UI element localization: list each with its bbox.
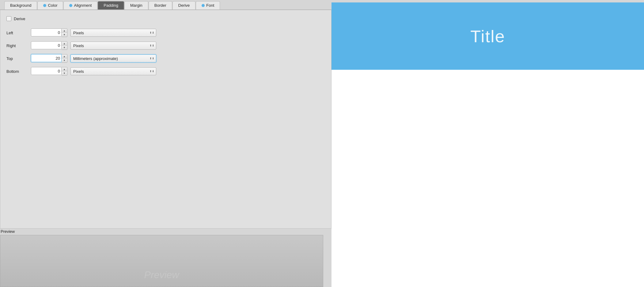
bottom-unit-wrap: Pixels Points Millimeters (approximate) … (70, 67, 156, 75)
title-banner: Title (331, 2, 644, 70)
field-row-left: Left ▲ ▼ Pixels Points Millimeters (appr… (6, 28, 325, 37)
left-label: Left (6, 31, 28, 35)
right-unit-wrap: Pixels Points Millimeters (approximate) … (70, 42, 156, 50)
tab-bar: Background Color Alignment Padding Margi… (0, 0, 331, 10)
tab-margin-label: Margin (130, 3, 142, 8)
right-white-area (331, 70, 644, 287)
left-input[interactable] (31, 28, 62, 36)
right-panel: Title (331, 0, 644, 287)
derive-checkbox[interactable] (6, 16, 11, 21)
tab-alignment[interactable]: Alignment (63, 1, 97, 9)
bottom-label: Bottom (6, 69, 28, 74)
derive-row: Derive (6, 16, 325, 21)
left-stepper-up[interactable]: ▲ (62, 29, 67, 33)
left-stepper[interactable]: ▲ ▼ (62, 28, 67, 37)
font-dot-icon (202, 4, 205, 7)
tab-margin[interactable]: Margin (124, 1, 148, 9)
right-unit-select[interactable]: Pixels Points Millimeters (approximate) … (70, 42, 156, 50)
right-stepper-down[interactable]: ▼ (62, 46, 67, 50)
top-label: Top (6, 56, 28, 61)
top-number-wrap: ▲ ▼ (31, 54, 67, 63)
left-stepper-down[interactable]: ▼ (62, 33, 67, 37)
tab-padding-label: Padding (104, 3, 118, 8)
preview-section: Preview Preview (0, 229, 331, 287)
bottom-stepper-down[interactable]: ▼ (62, 71, 67, 75)
right-top-bar (331, 0, 644, 2)
title-text: Title (470, 26, 505, 46)
field-row-top: Top ▲ ▼ Pixels Points Millimeters (appro… (6, 54, 325, 63)
left-number-wrap: ▲ ▼ (31, 28, 67, 37)
preview-label: Preview (0, 229, 331, 234)
bottom-stepper[interactable]: ▲ ▼ (62, 67, 67, 76)
field-row-bottom: Bottom ▲ ▼ Pixels Points Millimeters (ap… (6, 67, 325, 76)
top-input[interactable] (31, 54, 62, 62)
top-stepper-up[interactable]: ▲ (62, 54, 67, 58)
bottom-input[interactable] (31, 67, 62, 75)
color-dot-icon (43, 4, 46, 7)
tab-color-label: Color (48, 3, 57, 8)
tab-alignment-label: Alignment (74, 3, 92, 8)
right-input[interactable] (31, 41, 62, 49)
tab-padding[interactable]: Padding (98, 1, 124, 9)
derive-label: Derive (14, 17, 25, 21)
top-unit-select[interactable]: Pixels Points Millimeters (approximate) … (70, 54, 156, 62)
left-panel: Background Color Alignment Padding Margi… (0, 0, 331, 287)
preview-text: Preview (144, 269, 179, 281)
tab-derive[interactable]: Derive (172, 1, 196, 9)
right-stepper-up[interactable]: ▲ (62, 42, 67, 46)
preview-box: Preview (0, 235, 323, 287)
tab-border-label: Border (154, 3, 166, 8)
tab-background[interactable]: Background (4, 1, 37, 9)
left-unit-wrap: Pixels Points Millimeters (approximate) … (70, 29, 156, 37)
top-unit-wrap: Pixels Points Millimeters (approximate) … (70, 54, 156, 62)
field-row-right: Right ▲ ▼ Pixels Points Millimeters (app… (6, 41, 325, 50)
right-number-wrap: ▲ ▼ (31, 41, 67, 50)
top-stepper[interactable]: ▲ ▼ (62, 54, 67, 63)
top-stepper-down[interactable]: ▼ (62, 58, 67, 62)
tab-background-label: Background (10, 3, 31, 8)
bottom-unit-select[interactable]: Pixels Points Millimeters (approximate) … (70, 67, 156, 75)
right-stepper[interactable]: ▲ ▼ (62, 41, 67, 50)
tab-font[interactable]: Font (196, 1, 220, 9)
alignment-dot-icon (69, 4, 72, 7)
tab-font-label: Font (206, 3, 214, 8)
left-unit-select[interactable]: Pixels Points Millimeters (approximate) … (70, 29, 156, 37)
tab-derive-label: Derive (178, 3, 190, 8)
right-content: Title (331, 2, 644, 287)
tab-border[interactable]: Border (149, 1, 172, 9)
bottom-number-wrap: ▲ ▼ (31, 67, 67, 76)
right-label: Right (6, 43, 28, 48)
bottom-stepper-up[interactable]: ▲ (62, 67, 67, 71)
tab-color[interactable]: Color (37, 1, 63, 9)
settings-area: Derive Left ▲ ▼ Pixels Points Millimeter… (0, 10, 331, 229)
